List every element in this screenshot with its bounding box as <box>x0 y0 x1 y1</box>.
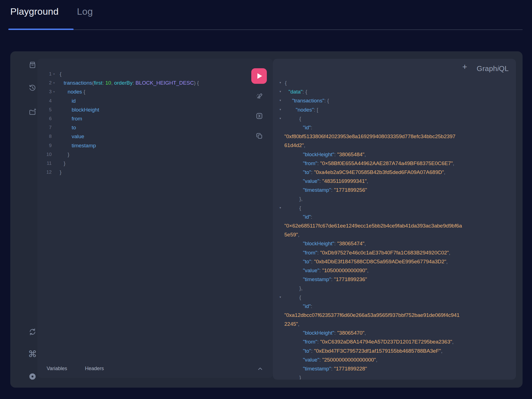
response-line: "id": <box>273 302 516 311</box>
response-line: "value": "10500000000090", <box>273 266 516 275</box>
execute-button[interactable] <box>251 68 267 84</box>
merge-fragments-icon[interactable] <box>255 112 264 120</box>
code-line[interactable]: 9timestamp <box>37 141 273 150</box>
line-number: 11 <box>37 159 52 168</box>
response-line: "0×62e685117fc67de61ee1249ecc1e5bb2b4ce9… <box>273 221 516 230</box>
copy-icon[interactable] <box>255 132 264 140</box>
code-line[interactable]: 6from <box>37 114 273 123</box>
line-number: 8 <box>37 132 52 141</box>
response-line: "from": "0xDb97527e46c0c1aE37b40F7fa1C68… <box>273 248 516 257</box>
response-line: 61d4d2", <box>273 141 516 150</box>
code-line[interactable]: 8value <box>37 132 273 141</box>
response-line: "timestamp": "1771899256" <box>273 186 516 195</box>
add-tab-button[interactable]: + <box>462 63 467 71</box>
line-number: 1 <box>37 70 52 79</box>
code-line[interactable]: 10} <box>37 150 273 159</box>
collapse-arrow-icon[interactable]: ▼ <box>279 293 282 302</box>
response-line: ▼{ <box>273 114 516 123</box>
code-line[interactable]: 12} <box>37 168 273 177</box>
code-line[interactable]: 4id <box>37 97 273 105</box>
query-editor-panel[interactable]: 1▾{2▾transactions(first: 10, orderBy: BL… <box>37 59 273 378</box>
editor-footer: Variables Headers <box>37 360 273 378</box>
response-line: ▼{ <box>273 204 516 213</box>
response-line: ▼"data": { <box>273 87 516 96</box>
tab-log[interactable]: Log <box>77 6 93 17</box>
tab-playground[interactable]: Playground <box>10 6 59 17</box>
header-divider <box>8 29 523 30</box>
play-icon <box>257 73 262 79</box>
line-number: 6 <box>37 114 52 123</box>
collapse-arrow-icon[interactable]: ▼ <box>279 203 282 212</box>
line-number: 4 <box>37 97 52 105</box>
response-panel: + GraphiQL ▼{▼"data": {▼"transactions": … <box>273 59 516 380</box>
line-number: 2 <box>37 79 52 87</box>
response-line: ▼{ <box>273 79 516 87</box>
response-line: "id": <box>273 213 516 221</box>
code-line[interactable]: 2▾transactions(first: 10, orderBy: BLOCK… <box>37 79 273 87</box>
response-line: "from": "0×58Bf0E655A44962AAE287A74a49BF… <box>273 159 516 168</box>
collapse-arrow-icon[interactable]: ▼ <box>279 105 282 114</box>
response-line: 2245", <box>273 320 516 329</box>
response-line: "id": <box>273 123 516 132</box>
response-line: }, <box>273 284 516 293</box>
response-line: "0xf80bf5133806f42023953e8a1692994080333… <box>273 132 516 141</box>
line-number: 7 <box>37 123 52 132</box>
response-line: }, <box>273 195 516 203</box>
response-line: "to": "0xEbd47F3C795723df1af1579155bb468… <box>273 347 516 355</box>
response-line: ▼{ <box>273 293 516 302</box>
line-number: 5 <box>37 105 52 114</box>
chevron-up-icon[interactable] <box>258 366 262 371</box>
line-number: 10 <box>37 150 52 159</box>
response-line: ▼"nodes": [ <box>273 105 516 114</box>
response-line: "value": "25000000000000000", <box>273 355 516 364</box>
response-line: ▼"transactions": { <box>273 96 516 105</box>
code-line[interactable]: 7to <box>37 123 273 132</box>
response-header: + GraphiQL <box>273 59 516 76</box>
response-line: "blockHeight": "38065474", <box>273 239 516 248</box>
line-number: 9 <box>37 141 52 150</box>
response-line: "timestamp": "1771899236" <box>273 275 516 284</box>
line-number: 3 <box>37 87 52 96</box>
code-line[interactable]: 11} <box>37 159 273 168</box>
response-line: "to": "0xa4eb2a9C94E70585B42b3fd5ded6FA0… <box>273 168 516 177</box>
response-line: "timestamp": "1771899228" <box>273 364 516 373</box>
response-line: "to": "0xb4DbE3f1847588CD8C5a959ADeE995e… <box>273 257 516 266</box>
response-line: "blockHeight": "38065484", <box>273 150 516 159</box>
collapse-arrow-icon[interactable]: ▼ <box>279 96 282 105</box>
response-line: 5e59", <box>273 230 516 239</box>
response-line: "from": "0xC6392aD8A14794eA57D237D12017E… <box>273 337 516 346</box>
code-line[interactable]: 5blockHeight <box>37 105 273 114</box>
response-line: "blockHeight": "38065470", <box>273 329 516 337</box>
page: { "header": { "tabs": [ {"label": "Playg… <box>0 0 532 399</box>
collapse-arrow-icon[interactable]: ▼ <box>279 114 282 123</box>
response-line: "value": "48351169999341", <box>273 177 516 186</box>
response-viewer: ▼{▼"data": {▼"transactions": {▼"nodes": … <box>273 79 516 380</box>
code-line[interactable]: 1▾{ <box>37 70 273 79</box>
collapse-arrow-icon[interactable]: ▼ <box>279 78 282 87</box>
response-line: } <box>273 373 516 380</box>
fold-arrow-icon[interactable]: ▾ <box>53 70 55 79</box>
fold-arrow-icon[interactable]: ▾ <box>53 79 55 87</box>
query-editor[interactable]: 1▾{2▾transactions(first: 10, orderBy: BL… <box>37 70 273 177</box>
line-number: 12 <box>37 168 52 177</box>
tab-variables[interactable]: Variables <box>47 366 67 372</box>
prettify-icon[interactable] <box>255 92 264 100</box>
graphiql-logo: GraphiQL <box>477 64 509 73</box>
tab-headers[interactable]: Headers <box>85 366 104 372</box>
collapse-arrow-icon[interactable]: ▼ <box>279 87 282 96</box>
response-line: "0xa12dbcc07f6235377f6d60e266a53a9565f93… <box>273 311 516 320</box>
active-tab-underline <box>8 29 74 30</box>
code-line[interactable]: 3▾nodes { <box>37 87 273 96</box>
fold-arrow-icon[interactable]: ▾ <box>53 87 55 96</box>
